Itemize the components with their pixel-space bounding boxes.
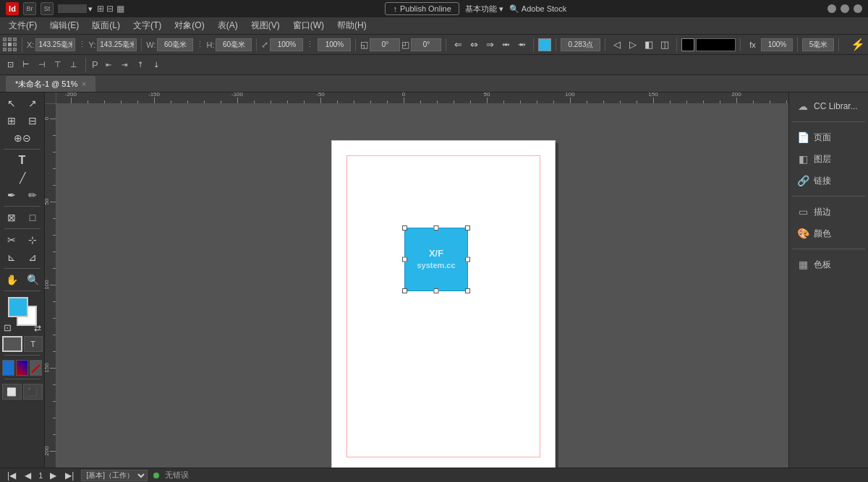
zoom-dropdown-icon[interactable]: ▾ <box>88 4 93 14</box>
hand-tool[interactable]: ✋ <box>2 272 22 288</box>
menu-layout[interactable]: 版面(L) <box>86 18 126 33</box>
w-input[interactable] <box>157 38 193 51</box>
start-cap-btn[interactable]: ◁ <box>610 38 624 52</box>
close-button[interactable] <box>854 4 862 13</box>
default-colors-btn[interactable]: ⊡ <box>4 322 12 333</box>
select-tool[interactable]: ↖ <box>2 95 22 111</box>
content-collector-tool[interactable]: ⊕⊝ <box>2 130 43 146</box>
pen-tool[interactable]: ✒ <box>2 187 22 203</box>
full-screen-btn[interactable]: ⬛ <box>23 384 43 400</box>
minimize-button[interactable] <box>827 4 836 13</box>
rectangle-tool[interactable]: □ <box>23 210 43 225</box>
spread-input[interactable] <box>802 38 834 51</box>
eyedropper-tool[interactable]: ⊾ <box>2 249 22 265</box>
h-input[interactable] <box>216 38 252 51</box>
preview-mode-btn[interactable]: T <box>24 336 43 352</box>
lightning-btn[interactable]: ⚡ <box>851 38 865 52</box>
adobe-stock-button[interactable]: 🔍 Adobe Stock <box>509 4 566 14</box>
reference-point[interactable] <box>3 38 17 52</box>
gap-tool[interactable]: ⊟ <box>23 113 43 129</box>
frame-proportional-btn[interactable]: ⊥ <box>67 58 81 72</box>
menu-object[interactable]: 对象(O) <box>169 18 210 33</box>
stock-icon[interactable]: St <box>41 2 54 15</box>
handle-bot-mid[interactable] <box>434 288 439 293</box>
active-tab[interactable]: *未命名-1 @ 51% × <box>6 76 95 92</box>
scissors-tool[interactable]: ✂ <box>2 232 22 248</box>
align-stroke-btn[interactable]: ◫ <box>658 38 672 52</box>
end-cap-btn[interactable]: ▷ <box>626 38 640 52</box>
menu-view[interactable]: 视图(V) <box>245 18 286 33</box>
last-page-btn[interactable]: ▶| <box>64 470 75 481</box>
color-view-btn[interactable] <box>2 360 14 376</box>
distribute-h-btn[interactable]: ⥈ <box>498 38 513 52</box>
menu-file[interactable]: 文件(F) <box>3 18 43 33</box>
frame-center-btn[interactable]: ⊣ <box>35 58 49 72</box>
panel-links[interactable]: 🔗 链接 <box>792 171 865 190</box>
panel-cc-libraries[interactable]: ☁ CC Librar... <box>792 97 865 116</box>
align-right-btn[interactable]: ⇒ <box>482 38 497 52</box>
text-align-left-btn[interactable]: ⇤ <box>101 58 116 72</box>
handle-top-right[interactable] <box>465 225 470 231</box>
page[interactable]: X/F system.cc <box>331 140 556 468</box>
normal-mode-btn[interactable] <box>2 336 22 352</box>
text-overflow-btn[interactable]: ⤓ <box>149 58 163 72</box>
corner-btn[interactable]: ◧ <box>642 38 656 52</box>
stroke-gradient-swatch[interactable] <box>696 38 736 51</box>
effects-btn[interactable]: fx <box>745 38 760 52</box>
line-tool[interactable]: ╱ <box>2 170 43 186</box>
swap-colors-btn[interactable]: ⇄ <box>34 323 41 333</box>
prev-page-btn[interactable]: ◀ <box>23 470 33 481</box>
normal-screen-btn[interactable]: ⬜ <box>2 384 22 400</box>
scale-y-input[interactable] <box>318 38 351 51</box>
direct-select-tool[interactable]: ↗ <box>23 95 43 111</box>
frame-fill-btn[interactable]: ⊤ <box>51 58 65 72</box>
shear-input[interactable] <box>411 38 441 51</box>
handle-bot-right[interactable] <box>465 288 470 293</box>
opacity-input[interactable] <box>761 38 793 51</box>
angle-input[interactable] <box>370 38 400 51</box>
panel-layers[interactable]: ◧ 图层 <box>792 150 865 168</box>
panel-color[interactable]: 🎨 颜色 <box>792 224 865 243</box>
maximize-button[interactable] <box>841 4 849 13</box>
x-input[interactable] <box>35 38 75 51</box>
stroke-color-swatch[interactable] <box>681 38 694 51</box>
handle-bot-left[interactable] <box>402 288 407 293</box>
zoom-tool[interactable]: 🔍 <box>23 272 43 288</box>
foreground-color[interactable] <box>8 297 28 317</box>
publish-online-button[interactable]: ↑ Publish Online <box>385 2 459 15</box>
bridge-icon[interactable]: Br <box>23 2 36 15</box>
frame-fit-btn[interactable]: ⊡ <box>3 58 17 72</box>
workspace-button[interactable]: 基本功能 ▾ <box>465 4 503 14</box>
panel-swatches[interactable]: ▦ 色板 <box>792 255 865 274</box>
first-page-btn[interactable]: |◀ <box>6 470 17 481</box>
align-center-btn[interactable]: ⇔ <box>467 38 481 52</box>
menu-help[interactable]: 帮助(H) <box>331 18 373 33</box>
handle-mid-right[interactable] <box>465 257 470 262</box>
distribute-v-btn[interactable]: ⥇ <box>514 38 529 52</box>
handle-top-left[interactable] <box>402 225 407 231</box>
stroke-width-input[interactable] <box>561 38 600 51</box>
frame-auto-btn[interactable]: ⊢ <box>19 58 33 72</box>
pencil-tool[interactable]: ✏ <box>23 187 43 203</box>
handle-top-mid[interactable] <box>434 225 439 231</box>
page-tool[interactable]: ⊞ <box>2 113 22 129</box>
menu-table[interactable]: 表(A) <box>212 18 244 33</box>
rectangle-frame-tool[interactable]: ⊠ <box>2 210 22 225</box>
measure-tool[interactable]: ⊿ <box>23 249 43 265</box>
workspace-select[interactable]: [基本]（工作） <box>81 470 148 481</box>
none-view-btn[interactable] <box>30 360 42 376</box>
align-left-btn[interactable]: ⇐ <box>451 38 465 52</box>
menu-window[interactable]: 窗口(W) <box>287 18 330 33</box>
text-chain-btn[interactable]: ⇥ <box>117 58 132 72</box>
panel-stroke[interactable]: ▭ 描边 <box>792 202 865 221</box>
zoom-input[interactable]: 51.3% <box>58 4 87 13</box>
tab-close-btn[interactable]: × <box>82 80 86 88</box>
text-unchain-btn[interactable]: ⤒ <box>133 58 148 72</box>
panel-pages[interactable]: 📄 页面 <box>792 128 865 147</box>
handle-mid-left[interactable] <box>402 257 407 262</box>
fill-color-swatch[interactable] <box>538 38 551 51</box>
scale-x-input[interactable] <box>270 38 303 51</box>
next-page-btn[interactable]: ▶ <box>48 470 58 481</box>
free-transform-tool[interactable]: ⊹ <box>23 232 43 248</box>
selected-object[interactable]: X/F system.cc <box>404 228 468 291</box>
